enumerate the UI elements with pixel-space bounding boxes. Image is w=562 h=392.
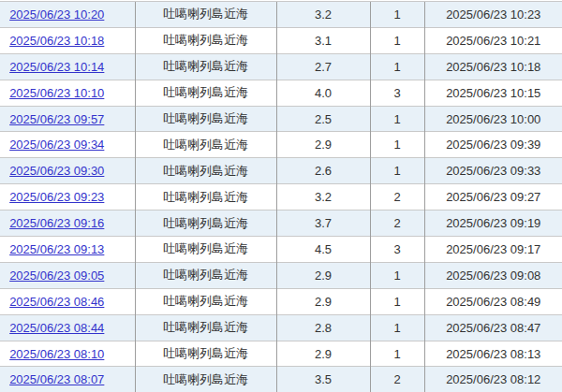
detected-time-link[interactable]: 2025/06/23 09:23: [9, 190, 104, 204]
epicenter-cell: 吐噶喇列島近海: [135, 262, 276, 288]
epicenter-cell: 吐噶喇列島近海: [135, 80, 276, 106]
table-row: 2025/06/23 09:57 吐噶喇列島近海 2.5 1 2025/06/2…: [0, 106, 562, 132]
detected-time-cell: 2025/06/23 09:30: [0, 158, 135, 184]
max-intensity-cell: 1: [370, 106, 424, 132]
detected-time-cell: 2025/06/23 08:44: [0, 314, 135, 341]
epicenter-cell: 吐噶喇列島近海: [135, 53, 276, 80]
max-intensity-cell: 3: [370, 80, 424, 106]
detected-time-cell: 2025/06/23 08:46: [0, 288, 135, 314]
detected-time-cell: 2025/06/23 10:18: [0, 27, 135, 53]
table-row: 2025/06/23 09:30 吐噶喇列島近海 2.6 1 2025/06/2…: [0, 158, 562, 184]
epicenter-cell: 吐噶喇列島近海: [135, 341, 276, 367]
detected-time-link[interactable]: 2025/06/23 09:30: [9, 164, 104, 178]
epicenter-cell: 吐噶喇列島近海: [135, 314, 276, 341]
detected-time-cell: 2025/06/23 09:57: [0, 106, 135, 132]
max-intensity-cell: 1: [370, 2, 424, 28]
table-row: 2025/06/23 09:05 吐噶喇列島近海 2.9 1 2025/06/2…: [0, 262, 562, 288]
announced-time-cell: 2025/06/23 09:39: [424, 132, 562, 158]
max-intensity-cell: 3: [370, 237, 424, 263]
detected-time-link[interactable]: 2025/06/23 09:34: [9, 138, 104, 152]
max-intensity-cell: 1: [370, 314, 424, 341]
detected-time-link[interactable]: 2025/06/23 09:16: [9, 216, 104, 230]
epicenter-cell: 吐噶喇列島近海: [135, 367, 276, 392]
epicenter-cell: 吐噶喇列島近海: [135, 211, 276, 237]
detected-time-link[interactable]: 2025/06/23 10:14: [9, 60, 104, 74]
magnitude-cell: 3.5: [276, 367, 370, 392]
detected-time-link[interactable]: 2025/06/23 10:18: [9, 34, 104, 48]
epicenter-cell: 吐噶喇列島近海: [135, 288, 276, 314]
magnitude-cell: 4.0: [276, 80, 370, 106]
detected-time-link[interactable]: 2025/06/23 08:10: [9, 347, 104, 361]
max-intensity-cell: 1: [370, 288, 424, 314]
announced-time-cell: 2025/06/23 08:49: [424, 288, 562, 314]
epicenter-cell: 吐噶喇列島近海: [135, 27, 276, 53]
detected-time-link[interactable]: 2025/06/23 09:57: [9, 112, 104, 126]
max-intensity-cell: 1: [370, 262, 424, 288]
table-row: 2025/06/23 09:13 吐噶喇列島近海 4.5 3 2025/06/2…: [0, 237, 562, 263]
epicenter-cell: 吐噶喇列島近海: [135, 132, 276, 158]
detected-time-link[interactable]: 2025/06/23 09:13: [9, 242, 104, 256]
max-intensity-cell: 1: [370, 341, 424, 367]
magnitude-cell: 3.7: [276, 211, 370, 237]
earthquake-table-body: 2025/06/23 10:20 吐噶喇列島近海 3.2 1 2025/06/2…: [0, 2, 562, 392]
announced-time-cell: 2025/06/23 09:08: [424, 262, 562, 288]
detected-time-link[interactable]: 2025/06/23 10:20: [9, 7, 104, 22]
table-row: 2025/06/23 08:10 吐噶喇列島近海 2.9 1 2025/06/2…: [0, 341, 562, 367]
magnitude-cell: 2.9: [276, 341, 370, 367]
earthquake-table: 2025/06/23 10:20 吐噶喇列島近海 3.2 1 2025/06/2…: [0, 1, 562, 392]
max-intensity-cell: 2: [370, 211, 424, 237]
announced-time-cell: 2025/06/23 09:17: [424, 237, 562, 263]
detected-time-link[interactable]: 2025/06/23 08:07: [9, 372, 104, 386]
announced-time-cell: 2025/06/23 09:19: [424, 211, 562, 237]
detected-time-cell: 2025/06/23 08:10: [0, 341, 135, 367]
detected-time-cell: 2025/06/23 09:05: [0, 262, 135, 288]
detected-time-link[interactable]: 2025/06/23 08:46: [9, 295, 104, 309]
announced-time-cell: 2025/06/23 08:13: [424, 341, 562, 367]
table-row: 2025/06/23 08:44 吐噶喇列島近海 2.8 1 2025/06/2…: [0, 314, 562, 341]
magnitude-cell: 2.6: [276, 158, 370, 184]
table-row: 2025/06/23 10:14 吐噶喇列島近海 2.7 1 2025/06/2…: [0, 53, 562, 80]
announced-time-cell: 2025/06/23 09:27: [424, 184, 562, 211]
detected-time-cell: 2025/06/23 09:13: [0, 237, 135, 263]
announced-time-cell: 2025/06/23 10:21: [424, 27, 562, 53]
max-intensity-cell: 1: [370, 158, 424, 184]
magnitude-cell: 3.2: [276, 184, 370, 211]
detected-time-cell: 2025/06/23 09:16: [0, 211, 135, 237]
earthquake-list-viewport: 2025/06/23 10:20 吐噶喇列島近海 3.2 1 2025/06/2…: [0, 0, 562, 392]
epicenter-cell: 吐噶喇列島近海: [135, 158, 276, 184]
magnitude-cell: 2.9: [276, 288, 370, 314]
magnitude-cell: 4.5: [276, 237, 370, 263]
magnitude-cell: 3.1: [276, 27, 370, 53]
table-row: 2025/06/23 10:10 吐噶喇列島近海 4.0 3 2025/06/2…: [0, 80, 562, 106]
detected-time-link[interactable]: 2025/06/23 10:10: [9, 86, 104, 100]
table-row: 2025/06/23 08:46 吐噶喇列島近海 2.9 1 2025/06/2…: [0, 288, 562, 314]
announced-time-cell: 2025/06/23 10:00: [424, 106, 562, 132]
announced-time-cell: 2025/06/23 08:47: [424, 314, 562, 341]
max-intensity-cell: 2: [370, 184, 424, 211]
magnitude-cell: 2.7: [276, 53, 370, 80]
detected-time-cell: 2025/06/23 10:20: [0, 2, 135, 28]
table-row: 2025/06/23 10:18 吐噶喇列島近海 3.1 1 2025/06/2…: [0, 27, 562, 53]
magnitude-cell: 2.9: [276, 262, 370, 288]
announced-time-cell: 2025/06/23 10:15: [424, 80, 562, 106]
detected-time-link[interactable]: 2025/06/23 09:05: [9, 269, 104, 283]
epicenter-cell: 吐噶喇列島近海: [135, 237, 276, 263]
max-intensity-cell: 1: [370, 53, 424, 80]
detected-time-cell: 2025/06/23 10:10: [0, 80, 135, 106]
epicenter-cell: 吐噶喇列島近海: [135, 2, 276, 28]
detected-time-cell: 2025/06/23 09:34: [0, 132, 135, 158]
table-row: 2025/06/23 10:20 吐噶喇列島近海 3.2 1 2025/06/2…: [0, 2, 562, 28]
detected-time-link[interactable]: 2025/06/23 08:44: [9, 321, 104, 335]
magnitude-cell: 3.2: [276, 2, 370, 28]
epicenter-cell: 吐噶喇列島近海: [135, 184, 276, 211]
announced-time-cell: 2025/06/23 10:18: [424, 53, 562, 80]
max-intensity-cell: 1: [370, 27, 424, 53]
magnitude-cell: 2.9: [276, 132, 370, 158]
announced-time-cell: 2025/06/23 10:23: [424, 2, 562, 28]
max-intensity-cell: 1: [370, 132, 424, 158]
magnitude-cell: 2.8: [276, 314, 370, 341]
magnitude-cell: 2.5: [276, 106, 370, 132]
detected-time-cell: 2025/06/23 08:07: [0, 367, 135, 392]
max-intensity-cell: 2: [370, 367, 424, 392]
detected-time-cell: 2025/06/23 10:14: [0, 53, 135, 80]
